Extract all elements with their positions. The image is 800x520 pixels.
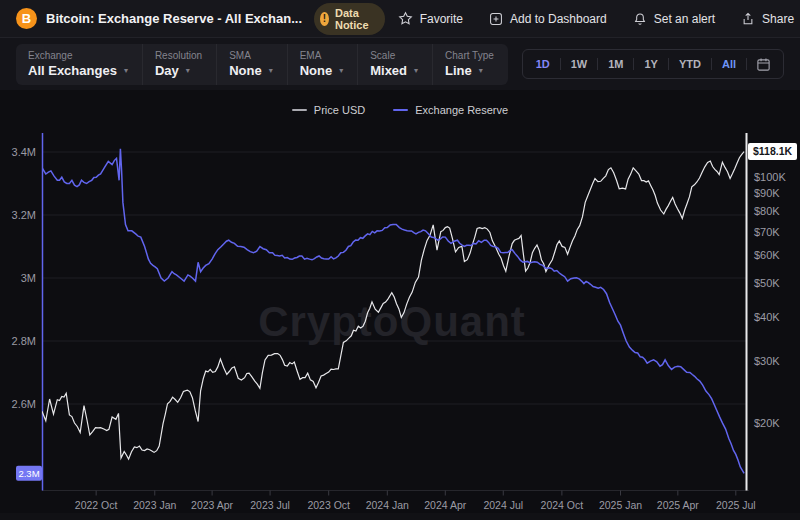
left-axis-label: 3M — [21, 272, 36, 284]
chevron-down-icon: ▾ — [186, 66, 190, 75]
x-tick-label: 2022 Oct — [75, 499, 118, 511]
left-axis-label: 3.4M — [12, 146, 36, 158]
chevron-down-icon: ▾ — [414, 66, 418, 75]
right-axis-label: $80K — [754, 205, 780, 217]
left-axis-label: 2.8M — [12, 335, 36, 347]
dropdown-value: Mixed — [370, 63, 407, 78]
data-notice-label: Data Notice — [335, 7, 374, 31]
chart-panel: Price USD Exchange Reserve CryptoQuant20… — [0, 90, 800, 520]
x-tick-label: 2023 Jul — [250, 499, 290, 511]
dropdown-label: Chart Type — [445, 50, 494, 61]
right-axis-label: $90K — [754, 187, 780, 199]
right-axis-label: $20K — [754, 417, 780, 429]
share-label: Share — [762, 12, 794, 26]
right-axis-label: $100K — [754, 171, 786, 183]
right-axis-label: $30K — [754, 355, 780, 367]
x-tick-label: 2024 Apr — [424, 499, 467, 511]
resolution-dropdown[interactable]: Resolution Day▾ — [142, 44, 216, 85]
legend-price-usd[interactable]: Price USD — [292, 104, 365, 116]
x-tick-label: 2023 Oct — [307, 499, 350, 511]
price-current-value: $118.1K — [753, 145, 793, 157]
x-tick-label: 2024 Jul — [483, 499, 523, 511]
dropdown-value: None — [229, 63, 262, 78]
cryptoquant-chart-page: B Bitcoin: Exchange Reserve - All Exchan… — [0, 0, 800, 520]
right-axis-label: $40K — [754, 311, 780, 323]
cryptoquant-watermark: CryptoQuant — [258, 298, 526, 345]
dropdown-controls: Exchange All Exchanges▾ Resolution Day▾ … — [16, 44, 508, 85]
range-1m[interactable]: 1M — [598, 58, 633, 70]
bitcoin-icon: B — [16, 8, 37, 29]
x-tick-label: 2023 Apr — [191, 499, 234, 511]
bottom-strip — [0, 513, 800, 520]
ema-dropdown[interactable]: EMA None▾ — [287, 44, 358, 85]
bell-icon — [633, 12, 647, 26]
range-1w[interactable]: 1W — [561, 58, 598, 70]
add-to-dashboard-label: Add to Dashboard — [510, 12, 607, 26]
dropdown-label: Scale — [370, 50, 418, 61]
range-all[interactable]: All — [712, 58, 746, 70]
dropdown-label: EMA — [300, 50, 344, 61]
chevron-down-icon: ▾ — [269, 66, 273, 75]
x-tick-label: 2024 Jan — [366, 499, 409, 511]
dropdown-value: All Exchanges — [28, 63, 117, 78]
chart-toolbar: Exchange All Exchanges▾ Resolution Day▾ … — [0, 38, 800, 90]
right-axis-label: $50K — [754, 277, 780, 289]
share-icon — [741, 12, 755, 26]
price-line-swatch — [292, 109, 307, 111]
range-1d[interactable]: 1D — [526, 58, 560, 70]
exchange-dropdown[interactable]: Exchange All Exchanges▾ — [16, 44, 142, 85]
left-axis-label: 2.6M — [12, 398, 36, 410]
chevron-down-icon: ▾ — [124, 66, 128, 75]
reserve-current-value: 2.3M — [18, 468, 39, 479]
legend-exchange-reserve[interactable]: Exchange Reserve — [393, 104, 508, 116]
dropdown-value: Line — [445, 63, 472, 78]
dashboard-plus-icon — [489, 12, 503, 26]
favorite-button[interactable]: Favorite — [385, 8, 476, 30]
dropdown-label: Resolution — [155, 50, 202, 61]
x-tick-label: 2023 Jan — [133, 499, 176, 511]
x-tick-label: 2025 Jan — [599, 499, 642, 511]
chart-type-dropdown[interactable]: Chart Type Line▾ — [432, 44, 508, 85]
right-axis-label: $70K — [754, 226, 780, 238]
warning-icon: ! — [320, 12, 329, 26]
x-tick-label: 2025 Apr — [657, 499, 700, 511]
add-to-dashboard-button[interactable]: Add to Dashboard — [476, 8, 620, 30]
calendar-icon — [756, 57, 771, 72]
left-axis-label: 3.2M — [12, 209, 36, 221]
set-alert-button[interactable]: Set an alert — [620, 8, 728, 30]
dropdown-value: None — [300, 63, 333, 78]
page-title: Bitcoin: Exchange Reserve - All Exchan..… — [46, 11, 302, 26]
x-tick-label: 2025 Jul — [716, 499, 756, 511]
reserve-line-swatch — [393, 109, 408, 111]
dropdown-label: Exchange — [28, 50, 128, 61]
star-icon — [398, 11, 413, 26]
chevron-down-icon: ▾ — [339, 66, 343, 75]
set-alert-label: Set an alert — [654, 12, 715, 26]
range-ytd[interactable]: YTD — [669, 58, 711, 70]
x-tick-label: 2024 Oct — [541, 499, 584, 511]
range-1y[interactable]: 1Y — [634, 58, 667, 70]
sma-dropdown[interactable]: SMA None▾ — [216, 44, 287, 85]
chart-canvas[interactable]: CryptoQuant2022 Oct2023 Jan2023 Apr2023 … — [0, 130, 800, 520]
chart-legend: Price USD Exchange Reserve — [0, 90, 800, 130]
chevron-down-icon: ▾ — [479, 66, 483, 75]
legend-label: Exchange Reserve — [415, 104, 508, 116]
share-button[interactable]: Share — [728, 8, 800, 30]
data-notice-badge[interactable]: ! Data Notice — [314, 3, 385, 35]
time-range-selector: 1D 1W 1M 1Y YTD All — [522, 49, 784, 79]
dropdown-value: Day — [155, 63, 179, 78]
right-axis-label: $60K — [754, 249, 780, 261]
favorite-label: Favorite — [420, 12, 463, 26]
scale-dropdown[interactable]: Scale Mixed▾ — [357, 44, 432, 85]
header-bar: B Bitcoin: Exchange Reserve - All Exchan… — [0, 0, 800, 38]
calendar-button[interactable] — [747, 57, 780, 72]
legend-label: Price USD — [314, 104, 365, 116]
dropdown-label: SMA — [229, 50, 273, 61]
